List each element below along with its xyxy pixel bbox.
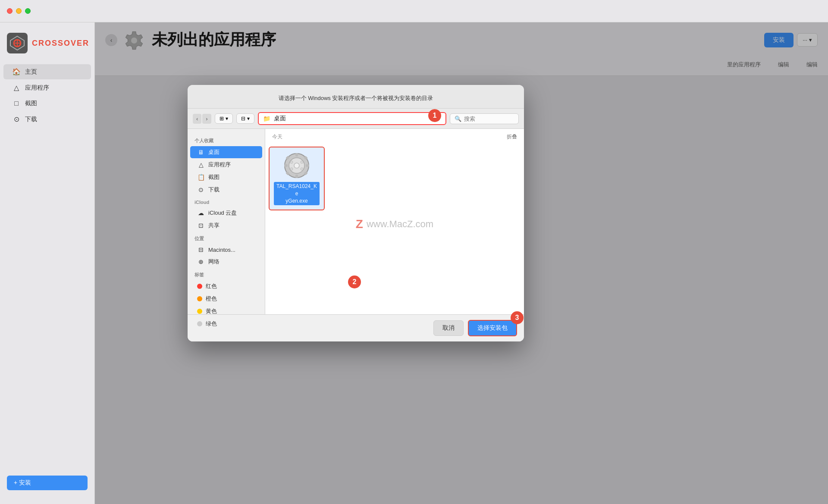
choose-install-button[interactable]: 选择安装包 (468, 320, 517, 336)
dialog-toolbar: ‹ › ⊞ ▾ ⊟ ▾ 📁 桌面 (188, 109, 524, 129)
file-item-exe[interactable]: TAL_RSA1024_KeyGen.exe (269, 147, 325, 210)
svg-point-17 (301, 168, 303, 170)
sidebar-item-home[interactable]: 🏠 主页 (3, 64, 91, 79)
title-bar (0, 0, 828, 22)
svg-rect-9 (306, 164, 309, 167)
dialog-sidebar-screenshots[interactable]: 📋 截图 (190, 171, 262, 183)
logo-cross: CROSS (32, 39, 64, 47)
collapse-button[interactable]: 折叠 (507, 133, 517, 141)
close-button[interactable] (7, 8, 13, 14)
dialog-icloud-label: iCloud 云盘 (208, 209, 237, 217)
logo-area: CROSSOVER (0, 29, 94, 64)
maximize-button[interactable] (25, 8, 31, 14)
install-sidebar-label: + 安装 (14, 479, 31, 487)
dialog-downloads-label: 下载 (208, 186, 220, 194)
dialog-file-area[interactable]: 今天 折叠 Z www.MacZ.com (265, 129, 524, 314)
file-name: TAL_RSA1024_KeyGen.exe (274, 182, 320, 205)
step-badge-3: 3 (511, 311, 524, 324)
sidebar-downloads-label: 下载 (25, 116, 37, 123)
dialog-sidebar-icloud[interactable]: ☁ iCloud 云盘 (190, 207, 262, 219)
dialog-icloud-icon: ☁ (197, 210, 205, 216)
svg-point-14 (290, 161, 293, 163)
location-text: 桌面 (274, 115, 286, 122)
dialog-screenshots-icon: 📋 (197, 174, 205, 181)
search-input[interactable] (464, 116, 514, 122)
svg-point-15 (301, 161, 303, 163)
nav-forward-button[interactable]: › (202, 114, 211, 124)
cancel-button[interactable]: 取消 (433, 320, 464, 336)
dialog-title-bar: 请选择一个 Windows 安装程序或者一个将被视为安装卷的目录 (188, 85, 524, 109)
red-dot-icon (197, 284, 202, 289)
sidebar-item-apps[interactable]: △ 应用程序 (3, 80, 91, 95)
dialog-sidebar: 个人收藏 🖥 桌面 △ 应用程序 📋 截图 (188, 129, 265, 314)
minimize-button[interactable] (16, 8, 22, 14)
grid-icon: ⊞ (220, 116, 224, 122)
svg-rect-8 (284, 164, 288, 167)
search-icon: 🔍 (455, 116, 461, 122)
svg-point-16 (290, 168, 293, 170)
desktop-icon: 🖥 (197, 149, 205, 156)
dialog-screenshots-label: 截图 (208, 173, 220, 181)
dialog-tag-green[interactable]: 绿色 (190, 318, 262, 330)
home-icon: 🏠 (12, 68, 21, 76)
sidebar: CROSSOVER 🏠 主页 △ 应用程序 □ 截图 ⊙ 下载 (0, 22, 95, 504)
dialog-sidebar-downloads[interactable]: ⊙ 下载 (190, 184, 262, 196)
svg-rect-7 (295, 175, 298, 178)
sidebar-home-label: 主页 (25, 68, 37, 76)
nav-arrows: ‹ › (193, 114, 211, 124)
file-dialog: 1 请选择一个 Windows 安装程序或者一个将被视为安装卷的目录 ‹ › (188, 85, 524, 341)
folder-icon: 📁 (263, 115, 270, 122)
nav-back-button[interactable]: ‹ (193, 114, 201, 124)
sidebar-item-screenshots[interactable]: □ 截图 (3, 96, 91, 111)
dialog-sidebar-section-icloud: iCloud (188, 196, 265, 207)
dialog-tag-yellow[interactable]: 黄色 (190, 305, 262, 317)
view-grid-button[interactable]: ⊞ ▾ (215, 113, 233, 124)
dialog-apps-icon: △ (197, 161, 205, 168)
dialog-shared-label: 共享 (208, 222, 220, 229)
overlay: 1 请选择一个 Windows 安装程序或者一个将被视为安装卷的目录 ‹ › (95, 22, 828, 504)
section-today-label: 今天 (272, 133, 282, 141)
view-chevron-1: ▾ (226, 116, 228, 122)
location-bar[interactable]: 📁 桌面 ⌄ (258, 112, 446, 125)
dialog-green-label: 绿色 (206, 320, 217, 328)
watermark: Z www.MacZ.com (356, 217, 433, 231)
dialog-mac-label: Macintos... (208, 247, 235, 253)
view-list-button[interactable]: ⊟ ▾ (236, 113, 254, 124)
logo-text: CROSSOVER (32, 39, 89, 48)
logo-over: OVER (64, 39, 89, 47)
sidebar-item-downloads[interactable]: ⊙ 下载 (3, 112, 91, 127)
sidebar-apps-label: 应用程序 (25, 84, 49, 92)
main-layout: CROSSOVER 🏠 主页 △ 应用程序 □ 截图 ⊙ 下载 (0, 22, 828, 504)
dialog-red-label: 红色 (206, 282, 217, 290)
dialog-sidebar-network[interactable]: ⊕ 网络 (190, 256, 262, 268)
sidebar-bottom: + 安装 (0, 469, 94, 497)
svg-rect-6 (295, 153, 298, 157)
dialog-sidebar-shared[interactable]: ⊡ 共享 (190, 219, 262, 232)
sidebar-screenshots-label: 截图 (25, 100, 37, 107)
dialog-sidebar-desktop[interactable]: 🖥 桌面 (190, 146, 262, 158)
view-chevron-2: ▾ (247, 116, 250, 122)
exe-file-icon (283, 152, 310, 179)
dialog-downloads-icon: ⊙ (197, 186, 205, 193)
svg-point-5 (294, 163, 299, 168)
dialog-mac-icon: ⊟ (197, 246, 205, 253)
dialog-desktop-label: 桌面 (208, 148, 220, 156)
dialog-apps-label: 应用程序 (208, 161, 231, 169)
apps-icon: △ (12, 84, 21, 92)
dialog-tag-red[interactable]: 红色 (190, 280, 262, 292)
app-window: CROSSOVER 🏠 主页 △ 应用程序 □ 截图 ⊙ 下载 (0, 0, 828, 504)
dialog-sidebar-apps[interactable]: △ 应用程序 (190, 159, 262, 171)
install-sidebar-button[interactable]: + 安装 (7, 476, 88, 490)
step-badge-1: 1 (428, 109, 441, 122)
dialog-sidebar-mac[interactable]: ⊟ Macintos... (190, 244, 262, 255)
dialog-content: 个人收藏 🖥 桌面 △ 应用程序 📋 截图 (188, 129, 524, 314)
dialog-sidebar-section-favorites: 个人收藏 (188, 134, 265, 146)
dialog-network-icon: ⊕ (197, 258, 205, 265)
watermark-z: Z (356, 217, 363, 231)
traffic-lights (7, 8, 31, 14)
dialog-tag-orange[interactable]: 橙色 (190, 293, 262, 305)
step-badge-2: 2 (348, 275, 361, 288)
search-bar[interactable]: 🔍 (450, 113, 519, 124)
dialog-sidebar-section-locations: 位置 (188, 232, 265, 244)
dialog-section-header: 今天 折叠 (265, 129, 524, 143)
